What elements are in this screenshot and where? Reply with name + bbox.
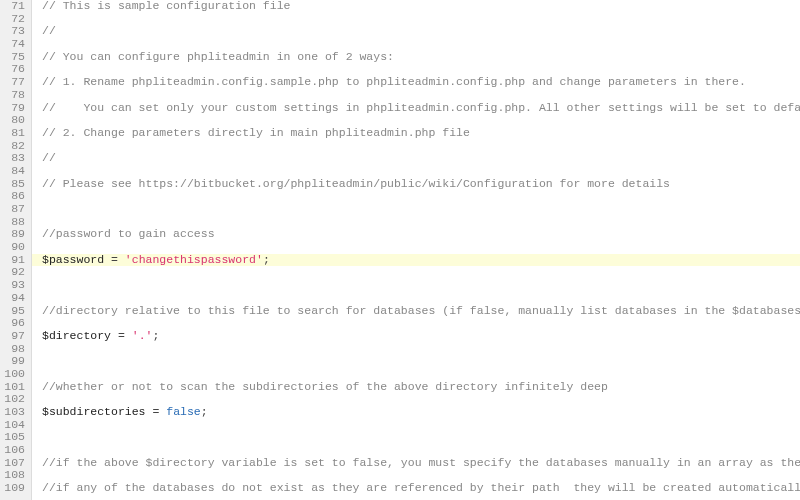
code-line: // xyxy=(42,25,800,38)
code-line xyxy=(42,279,800,292)
code-line: //if the above $directory variable is se… xyxy=(42,457,800,470)
line-number: 109 xyxy=(4,482,25,495)
line-number: 84 xyxy=(4,165,25,178)
line-number: 77 xyxy=(4,76,25,89)
comment-text: // You can configure phpliteadmin in one… xyxy=(42,50,394,63)
code-line xyxy=(42,203,800,216)
code-line: // 1. Rename phpliteadmin.config.sample.… xyxy=(42,76,800,89)
comment-text: //if the above $directory variable is se… xyxy=(42,456,800,469)
code-line: // You can set only your custom settings… xyxy=(42,102,800,115)
string-token: '.' xyxy=(132,329,153,342)
code-line: // This is sample configuration file xyxy=(42,0,800,13)
line-number-gutter: 7172737475767778798081828384858687888990… xyxy=(0,0,32,500)
code-line: // 2. Change parameters directly in main… xyxy=(42,127,800,140)
variable-token: $subdirectories xyxy=(42,405,146,418)
line-number: 100 xyxy=(4,368,25,381)
code-line: // You can configure phpliteadmin in one… xyxy=(42,51,800,64)
line-number: 81 xyxy=(4,127,25,140)
line-number: 71 xyxy=(4,0,25,13)
comment-text: // xyxy=(42,24,56,37)
code-editor-content: // This is sample configuration file////… xyxy=(32,0,800,500)
line-number: 93 xyxy=(4,279,25,292)
code-line: //whether or not to scan the subdirector… xyxy=(42,381,800,394)
variable-token: $directory xyxy=(42,329,111,342)
line-number: 106 xyxy=(4,444,25,457)
comment-text: //password to gain access xyxy=(42,227,215,240)
line-number: 97 xyxy=(4,330,25,343)
code-line: // Please see https://bitbucket.org/phpl… xyxy=(42,178,800,191)
variable-token: $password xyxy=(42,253,104,266)
code-line xyxy=(42,419,800,432)
code-line: $subdirectories = false; xyxy=(42,406,800,419)
line-number: 78 xyxy=(4,89,25,102)
code-line: $password = 'changethispassword'; xyxy=(32,254,800,267)
code-line: $directory = '.'; xyxy=(42,330,800,343)
code-line xyxy=(42,13,800,26)
comment-text: //if any of the databases do not exist a… xyxy=(42,481,800,494)
comment-text: // xyxy=(42,151,56,164)
comment-text: // Please see https://bitbucket.org/phpl… xyxy=(42,177,670,190)
string-token: 'changethispassword' xyxy=(125,253,263,266)
line-number: 74 xyxy=(4,38,25,51)
comment-text: // This is sample configuration file xyxy=(42,0,290,12)
code-line xyxy=(42,140,800,153)
line-number: 90 xyxy=(4,241,25,254)
line-number: 87 xyxy=(4,203,25,216)
code-line xyxy=(42,431,800,444)
code-line xyxy=(42,266,800,279)
comment-text: // You can set only your custom settings… xyxy=(42,101,800,114)
line-number: 96 xyxy=(4,317,25,330)
line-number: 94 xyxy=(4,292,25,305)
code-line: // xyxy=(42,152,800,165)
comment-text: // 2. Change parameters directly in main… xyxy=(42,126,470,139)
comment-text: //directory relative to this file to sea… xyxy=(42,304,800,317)
line-number: 103 xyxy=(4,406,25,419)
line-number: 80 xyxy=(4,114,25,127)
code-line xyxy=(42,355,800,368)
code-line: //directory relative to this file to sea… xyxy=(42,305,800,318)
code-line xyxy=(42,317,800,330)
code-line: //password to gain access xyxy=(42,228,800,241)
keyword-token: false xyxy=(166,405,201,418)
comment-text: //whether or not to scan the subdirector… xyxy=(42,380,608,393)
comment-text: // 1. Rename phpliteadmin.config.sample.… xyxy=(42,75,746,88)
code-line: //if any of the databases do not exist a… xyxy=(42,482,800,495)
code-line xyxy=(42,343,800,356)
code-line xyxy=(42,190,800,203)
